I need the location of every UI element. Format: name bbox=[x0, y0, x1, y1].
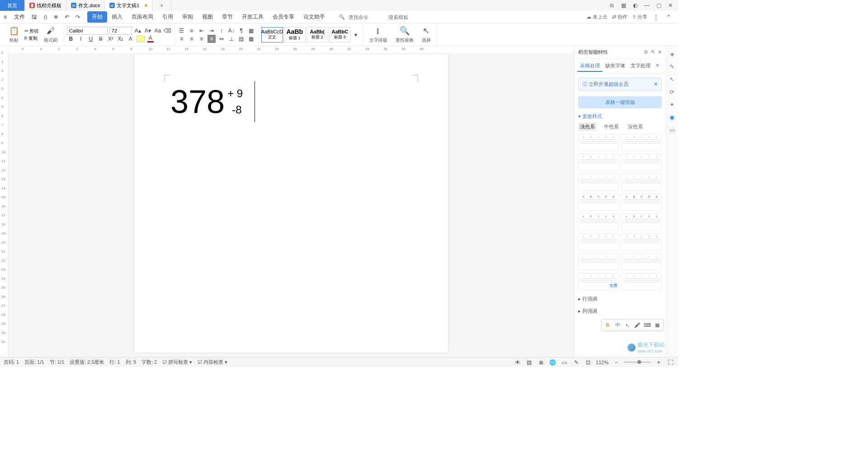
menu-tab-insert[interactable]: 插入 bbox=[107, 11, 127, 23]
status-spellcheck[interactable]: ☑ 拼写检查 ▾ bbox=[162, 359, 192, 366]
table-style-thumb[interactable]: ABCDE bbox=[622, 233, 662, 250]
font-name-select[interactable] bbox=[67, 27, 108, 35]
tabs-icon[interactable]: ⊥ bbox=[227, 35, 236, 43]
font-color-button[interactable]: A bbox=[146, 35, 155, 43]
bold-button[interactable]: B bbox=[67, 35, 75, 43]
shading-icon[interactable]: ▤ bbox=[237, 35, 245, 43]
view-read-icon[interactable]: ▭ bbox=[561, 358, 569, 367]
status-line[interactable]: 行: 1 bbox=[109, 359, 120, 366]
style-h3[interactable]: AaBbC标题 3 bbox=[329, 27, 351, 42]
rp-tab-table[interactable]: 表格处理 bbox=[577, 61, 603, 72]
sort-icon[interactable]: A↓ bbox=[227, 27, 236, 35]
rp-colortab-dark[interactable]: 深色系 bbox=[626, 122, 645, 131]
table-style-thumb[interactable]: ABCDE bbox=[622, 134, 662, 151]
table-style-thumb[interactable]: ABCDE bbox=[622, 174, 662, 191]
fullscreen-icon[interactable]: ⛶ bbox=[666, 358, 675, 367]
style-h1[interactable]: AaBb标题 1 bbox=[284, 27, 306, 42]
tab-doc-1[interactable]: W 作文.docx bbox=[66, 0, 105, 11]
superscript-button[interactable]: X² bbox=[107, 35, 115, 43]
pen-icon[interactable]: ✎ bbox=[668, 62, 676, 70]
status-col[interactable]: 列: 9 bbox=[126, 359, 136, 366]
ime-voice-icon[interactable]: 🎤 bbox=[633, 321, 642, 329]
search-template-input[interactable] bbox=[388, 14, 425, 20]
clear-format-icon[interactable]: ⌫ bbox=[164, 27, 172, 35]
bullets-icon[interactable]: ☰ bbox=[178, 27, 186, 35]
menu-file[interactable]: 文件 bbox=[10, 13, 28, 21]
minimize-icon[interactable]: — bbox=[643, 1, 651, 9]
rp-tab-fonts[interactable]: 缺失字体 bbox=[603, 61, 628, 72]
collab-button[interactable]: ⇄ 协作 bbox=[612, 14, 627, 20]
zoom-knob[interactable] bbox=[637, 360, 641, 364]
collapse-ribbon-icon[interactable]: ⌃ bbox=[665, 13, 673, 21]
rp-row-emphasis[interactable]: ▸ 行强调 bbox=[575, 293, 665, 305]
ime-keyboard-icon[interactable]: ⌨ bbox=[643, 321, 651, 329]
font-size-select[interactable] bbox=[109, 27, 132, 35]
zoom-out-icon[interactable]: − bbox=[612, 358, 620, 367]
rp-tab-text[interactable]: 文字处理 bbox=[628, 61, 653, 72]
table-style-thumb[interactable]: ABCDE bbox=[578, 154, 619, 171]
underline-button[interactable]: U bbox=[87, 35, 95, 43]
more-icon[interactable]: ⋮ bbox=[652, 13, 660, 21]
status-contentcheck[interactable]: ☑ 内容检查 ▾ bbox=[198, 359, 227, 366]
select-button[interactable]: ↖选择 bbox=[418, 26, 434, 43]
table-style-thumb[interactable]: ABCDE bbox=[622, 253, 662, 270]
subscript-button[interactable]: X₂ bbox=[117, 35, 125, 43]
share-button[interactable]: ⇪ 分享 bbox=[632, 14, 647, 20]
menu-tab-view[interactable]: 视图 bbox=[198, 11, 217, 23]
distribute-icon[interactable]: ⇔ bbox=[217, 35, 226, 43]
menu-tab-start[interactable]: 开始 bbox=[87, 11, 107, 23]
status-position[interactable]: 设置值: 2.5厘米 bbox=[70, 359, 104, 366]
rp-colortab-light[interactable]: 浅色系 bbox=[578, 122, 597, 131]
avatar-icon[interactable]: ◐ bbox=[631, 1, 639, 9]
menu-tab-section[interactable]: 章节 bbox=[217, 11, 237, 23]
menu-tab-thesis[interactable]: 论文助手 bbox=[299, 11, 330, 23]
search-command-input[interactable] bbox=[349, 14, 385, 20]
table-style-thumb[interactable]: ABCDE bbox=[578, 174, 619, 191]
gear-icon[interactable]: ⚙ bbox=[644, 49, 648, 55]
align-left-icon[interactable]: ≡ bbox=[178, 35, 186, 43]
rp-section-header[interactable]: ▾ 更改样式 bbox=[578, 113, 662, 120]
maximize-icon[interactable]: ▢ bbox=[655, 1, 663, 9]
tab-add[interactable]: + bbox=[152, 0, 171, 11]
menu-hamburger[interactable]: ≡ bbox=[0, 14, 10, 20]
close-icon[interactable]: ✕ bbox=[654, 81, 658, 87]
style-h2[interactable]: AaBb(标题 2 bbox=[307, 27, 328, 42]
horizontal-ruler[interactable]: 642246810121416182022242628303234363840 bbox=[8, 46, 574, 54]
status-words[interactable]: 字数: 2 bbox=[142, 359, 157, 366]
ime-grid-icon[interactable]: ▦ bbox=[653, 321, 661, 329]
style-normal[interactable]: AaBbCcD正文 bbox=[261, 27, 283, 42]
rp-colortab-mid[interactable]: 中色系 bbox=[602, 122, 621, 131]
line-spacing-icon[interactable]: ↕ bbox=[217, 27, 226, 35]
cut-button[interactable]: ✂ 剪切 bbox=[24, 28, 38, 34]
table-icon[interactable]: ▦ bbox=[247, 35, 255, 43]
menu-tab-layout[interactable]: 页面布局 bbox=[127, 11, 158, 23]
indent-dec-icon[interactable]: ⇤ bbox=[198, 27, 206, 35]
cloud-status[interactable]: ☁ 未上云 bbox=[586, 14, 608, 20]
view-focus-icon[interactable]: ✎ bbox=[572, 358, 580, 367]
tab-home[interactable]: 首页 bbox=[0, 0, 25, 11]
table-style-thumb[interactable]: ABCDE bbox=[578, 134, 619, 151]
status-section[interactable]: 节: 1/1 bbox=[50, 359, 64, 366]
sparkle-icon[interactable]: ✦ bbox=[668, 100, 676, 108]
badge-icon[interactable]: ⧉ bbox=[608, 1, 616, 9]
text-effect-icon[interactable]: A bbox=[127, 35, 135, 43]
close-icon[interactable]: ✕ bbox=[666, 1, 675, 9]
change-case-icon[interactable]: Aa bbox=[154, 27, 162, 35]
tab-template-store[interactable]: 找稻壳模板 bbox=[25, 0, 66, 11]
rp-tab-more-icon[interactable]: ≡ bbox=[653, 61, 661, 72]
diamond-icon[interactable]: ◈ bbox=[668, 50, 676, 58]
pin-icon[interactable]: ⇱ bbox=[651, 49, 655, 55]
vertical-ruler[interactable]: 2112345678910111213141516171819202122232… bbox=[0, 46, 8, 357]
undo-icon[interactable]: ↶ bbox=[63, 13, 71, 21]
shrink-font-icon[interactable]: A▾ bbox=[144, 27, 152, 35]
menu-tab-review[interactable]: 审阅 bbox=[178, 11, 198, 23]
indent-inc-icon[interactable]: ⇥ bbox=[208, 27, 216, 35]
menu-tab-reference[interactable]: 引用 bbox=[158, 11, 178, 23]
preview-icon[interactable]: 👁 bbox=[52, 13, 60, 21]
zoom-slider[interactable] bbox=[624, 362, 651, 363]
rp-membership-notice[interactable]: ⓘ 立即开通超级会员 ✕ bbox=[578, 78, 662, 91]
ime-lang-button[interactable]: 中 bbox=[613, 321, 622, 329]
format-painter-button[interactable]: 🖌格式刷 bbox=[40, 26, 61, 43]
table-style-thumb[interactable]: ABCDE bbox=[622, 154, 662, 171]
numbering-icon[interactable]: ≡ bbox=[188, 27, 196, 35]
